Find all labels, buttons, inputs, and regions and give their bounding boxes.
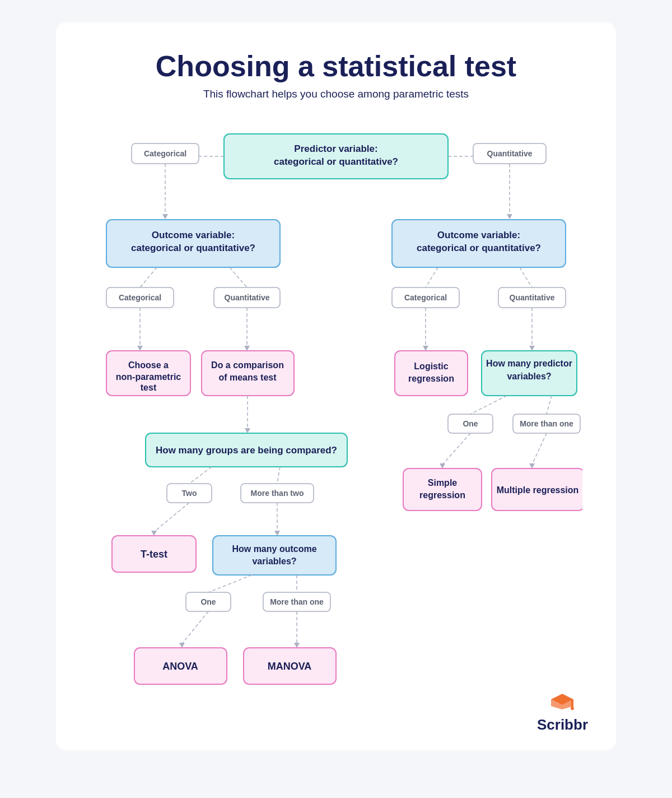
svg-marker-78: [529, 346, 535, 351]
svg-rect-52: [186, 592, 231, 611]
svg-text:categorical or quantitative?: categorical or quantitative?: [417, 243, 541, 253]
svg-text:Two: Two: [182, 489, 197, 498]
page-title: Choosing a statistical test: [90, 50, 582, 82]
svg-text:Categorical: Categorical: [119, 293, 161, 302]
svg-rect-79: [395, 351, 468, 396]
svg-marker-46: [274, 531, 280, 536]
svg-rect-3: [132, 143, 199, 164]
svg-marker-75: [423, 346, 428, 351]
svg-rect-37: [167, 484, 212, 503]
svg-marker-25: [244, 346, 250, 351]
svg-rect-5: [473, 143, 546, 164]
svg-text:categorical or quantitative?: categorical or quantitative?: [131, 243, 255, 253]
svg-rect-71: [498, 287, 566, 308]
svg-rect-47: [112, 536, 196, 572]
svg-line-57: [182, 611, 208, 644]
svg-marker-61: [294, 643, 300, 648]
svg-text:Simple: Simple: [428, 478, 458, 488]
svg-text:One: One: [200, 597, 216, 606]
svg-point-103: [571, 707, 574, 710]
svg-rect-85: [448, 414, 493, 433]
svg-marker-43: [151, 531, 157, 536]
svg-rect-0: [224, 134, 448, 179]
svg-rect-16: [106, 287, 174, 308]
svg-text:Quantitative: Quantitative: [510, 293, 555, 302]
svg-text:Quantitative: Quantitative: [225, 293, 270, 302]
svg-rect-64: [244, 648, 336, 684]
svg-text:More than one: More than one: [270, 597, 324, 606]
svg-line-92: [547, 396, 552, 414]
svg-rect-39: [241, 484, 314, 503]
svg-text:ANOVA: ANOVA: [162, 661, 198, 672]
svg-line-56: [208, 575, 252, 592]
svg-text:Quantitative: Quantitative: [487, 149, 533, 158]
svg-marker-91: [440, 463, 445, 468]
svg-rect-82: [482, 351, 577, 396]
svg-text:How many predictor: How many predictor: [486, 359, 572, 368]
scribbr-icon: [550, 689, 575, 714]
scribbr-brand-name: Scribbr: [537, 716, 588, 734]
svg-line-20: [140, 267, 157, 287]
svg-marker-22: [137, 346, 143, 351]
svg-line-89: [470, 396, 507, 414]
svg-rect-102: [571, 699, 573, 707]
svg-text:variables?: variables?: [507, 372, 551, 381]
svg-line-23: [230, 267, 247, 287]
svg-text:More than one: More than one: [520, 419, 573, 428]
svg-rect-69: [392, 287, 459, 308]
svg-text:Predictor variable:: Predictor variable:: [294, 143, 377, 154]
svg-line-73: [426, 267, 438, 287]
svg-text:Outcome variable:: Outcome variable:: [437, 230, 520, 240]
svg-rect-18: [214, 287, 280, 308]
svg-marker-34: [245, 428, 250, 433]
svg-text:Categorical: Categorical: [144, 149, 186, 158]
svg-rect-26: [106, 351, 190, 396]
svg-text:Outcome variable:: Outcome variable:: [152, 230, 235, 240]
svg-marker-9: [162, 214, 168, 219]
svg-rect-30: [202, 351, 294, 396]
svg-line-42: [154, 503, 189, 532]
svg-rect-35: [146, 433, 347, 467]
svg-marker-12: [507, 214, 512, 219]
svg-text:T-test: T-test: [141, 549, 167, 560]
svg-text:test: test: [141, 383, 157, 392]
svg-marker-94: [529, 463, 535, 468]
svg-text:How many outcome: How many outcome: [232, 544, 316, 554]
svg-text:variables?: variables?: [252, 556, 296, 566]
svg-line-41: [189, 467, 212, 484]
page-container: Choosing a statistical test This flowcha…: [56, 22, 616, 750]
svg-text:More than two: More than two: [251, 489, 304, 498]
svg-rect-54: [263, 592, 330, 611]
page-subtitle: This flowchart helps you choose among pa…: [90, 88, 582, 100]
svg-line-76: [520, 267, 532, 287]
svg-line-93: [532, 433, 547, 465]
svg-text:Categorical: Categorical: [404, 293, 447, 302]
svg-text:regression: regression: [408, 374, 454, 383]
svg-line-44: [277, 467, 280, 484]
svg-line-90: [442, 433, 470, 465]
svg-text:Choose a: Choose a: [128, 360, 169, 370]
svg-rect-62: [134, 648, 227, 684]
svg-rect-95: [403, 468, 482, 511]
svg-text:MANOVA: MANOVA: [268, 661, 312, 672]
scribbr-logo: Scribbr: [537, 689, 588, 734]
svg-text:Do a comparison: Do a comparison: [211, 360, 284, 370]
svg-rect-49: [213, 536, 336, 575]
svg-text:of means test: of means test: [218, 373, 277, 382]
svg-rect-13: [106, 220, 280, 267]
svg-text:categorical or quantitative?: categorical or quantitative?: [274, 156, 398, 167]
svg-text:One: One: [463, 419, 478, 428]
svg-marker-58: [179, 643, 185, 648]
svg-text:regression: regression: [419, 490, 465, 500]
svg-rect-87: [513, 414, 580, 433]
flowchart-svg: Predictor variable: categorical or quant…: [90, 128, 582, 717]
svg-text:Multiple regression: Multiple regression: [497, 485, 579, 495]
svg-text:non-parametric: non-parametric: [116, 372, 181, 382]
svg-rect-98: [492, 468, 582, 511]
svg-rect-66: [392, 220, 566, 267]
flowchart: Predictor variable: categorical or quant…: [90, 128, 582, 717]
svg-text:How many groups are being comp: How many groups are being compared?: [156, 445, 337, 456]
svg-text:Logistic: Logistic: [414, 361, 448, 371]
